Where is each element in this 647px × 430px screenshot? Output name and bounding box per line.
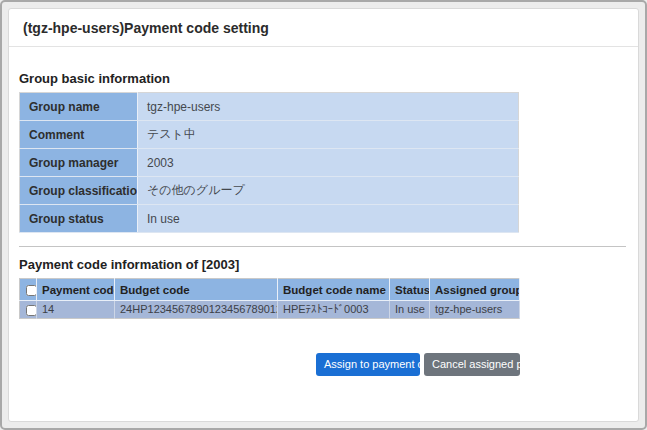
- budget-code-cell: 24HP1234567890123456789012345679: [115, 301, 278, 319]
- row-select-cell: [20, 301, 37, 319]
- status-column-header: Status: [390, 279, 430, 301]
- table-row: Group status In use: [20, 205, 519, 233]
- cancel-assigned-payment-button[interactable]: Cancel assigned payment: [424, 353, 520, 376]
- assigned-group-column-header: Assigned group: [430, 279, 520, 301]
- group-status-value: In use: [138, 205, 519, 233]
- group-classification-label: Group classification: [20, 177, 138, 205]
- payment-code-heading: Payment code information of [2003]: [19, 257, 626, 272]
- group-info-table: Group name tgz-hpe-users Comment テスト中 Gr…: [19, 92, 519, 233]
- action-button-bar: Assign to payment code Cancel assigned p…: [19, 353, 520, 376]
- group-info-heading: Group basic information: [19, 71, 626, 86]
- table-row: Comment テスト中: [20, 121, 519, 149]
- row-checkbox[interactable]: [26, 305, 37, 316]
- table-row: Group manager 2003: [20, 149, 519, 177]
- budget-code-name-cell: HPEﾃｽﾄｺｰﾄﾞ0003: [278, 301, 390, 319]
- assign-to-payment-code-button[interactable]: Assign to payment code: [316, 353, 420, 376]
- payment-code-column-header: Payment code: [37, 279, 115, 301]
- page-title: (tgz-hpe-users)Payment code setting: [9, 9, 638, 47]
- payment-code-setting-panel: (tgz-hpe-users)Payment code setting Grou…: [8, 8, 639, 422]
- group-classification-value: その他のグループ: [138, 177, 519, 205]
- budget-code-name-column-header: Budget code name: [278, 279, 390, 301]
- group-name-value: tgz-hpe-users: [138, 93, 519, 121]
- select-all-header-cell: [20, 279, 37, 301]
- budget-code-column-header: Budget code: [115, 279, 278, 301]
- table-row: Group classification その他のグループ: [20, 177, 519, 205]
- table-row: Group name tgz-hpe-users: [20, 93, 519, 121]
- group-status-label: Group status: [20, 205, 138, 233]
- comment-label: Comment: [20, 121, 138, 149]
- main-content: Group basic information Group name tgz-h…: [9, 47, 638, 376]
- group-manager-value: 2003: [138, 149, 519, 177]
- assigned-group-cell: tgz-hpe-users: [430, 301, 520, 319]
- section-divider: [19, 246, 626, 247]
- comment-value: テスト中: [138, 121, 519, 149]
- payment-code-cell: 14: [37, 301, 115, 319]
- payment-code-table: Payment code Budget code Budget code nam…: [19, 278, 520, 319]
- table-header-row: Payment code Budget code Budget code nam…: [20, 279, 520, 301]
- select-all-checkbox[interactable]: [26, 285, 37, 296]
- group-manager-label: Group manager: [20, 149, 138, 177]
- group-name-label: Group name: [20, 93, 138, 121]
- payment-code-row: 14 24HP1234567890123456789012345679 HPEﾃ…: [20, 301, 520, 319]
- status-cell: In use: [390, 301, 430, 319]
